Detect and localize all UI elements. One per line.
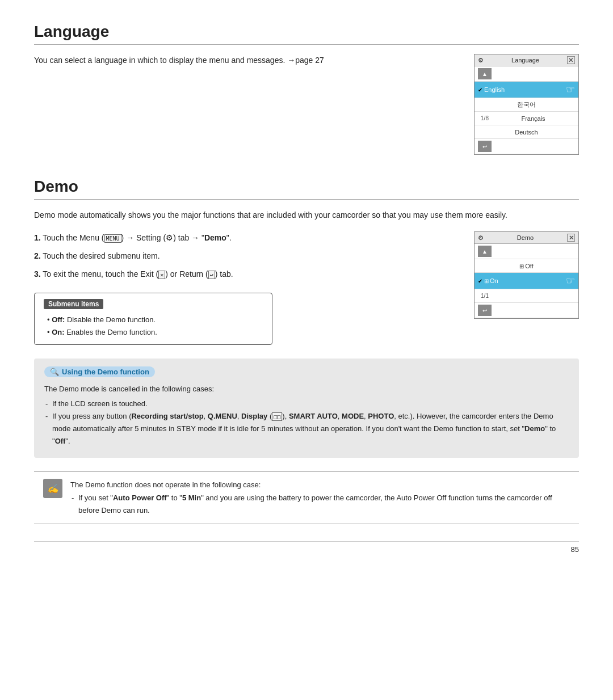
exit-symbol: ✕ <box>158 271 165 279</box>
demo-description: Demo mode automatically shows you the ma… <box>34 209 579 221</box>
demo-title: Demo <box>34 178 579 200</box>
panel-row-francais-text: Français <box>492 115 575 122</box>
hand-icon-demo: ☞ <box>566 275 575 287</box>
bold-mode: MODE <box>342 412 364 420</box>
demo-row-off-text: ⊞Off <box>478 263 575 269</box>
panel-row-francais: 1/8 Français <box>475 112 578 125</box>
callout-label: 🔍 Using the Demo function <box>44 366 155 377</box>
demo-return-arrow-icon: ↩ <box>478 305 492 316</box>
on-label: On: <box>52 328 64 336</box>
bold-5min: 5 Min <box>182 494 201 502</box>
submenu-item-off: Off: Disable the Demo function. <box>47 314 263 326</box>
checkmark-icon: ✔ <box>478 87 482 93</box>
callout-text: The Demo mode is cancelled in the follow… <box>44 383 569 448</box>
demo-up-arrow-icon: ▲ <box>478 246 492 257</box>
demo-row-on-text: ✔ ⊞On <box>478 277 564 284</box>
menu-symbol: MENU <box>104 234 121 243</box>
demo-content-row: 1. Touch the Menu (MENU) → Setting (⚙) t… <box>34 231 579 345</box>
bold-smart-auto: SMART AUTO <box>289 412 338 420</box>
submenu-box: Submenu items Off: Disable the Demo func… <box>34 293 272 345</box>
callout-item-1: If the LCD screen is touched. <box>44 398 569 410</box>
note-icon: ✍ <box>43 479 62 498</box>
off-label: Off: <box>52 315 65 324</box>
note-box: ✍ The Demo function does not operate in … <box>34 471 579 524</box>
language-content: You can select a language in which to di… <box>34 54 579 155</box>
bold-recording: Recording start/stop <box>131 412 203 420</box>
close-icon: ✕ <box>567 56 575 64</box>
note-text: The Demo function does not operate in th… <box>70 479 570 516</box>
bold-auto-power: Auto Power Off <box>113 494 167 502</box>
page-number: 85 <box>34 541 579 554</box>
note-title: The Demo function does not operate in th… <box>70 479 570 491</box>
step-2-num: 2. <box>34 251 41 260</box>
demo-panel-row-on: ✔ ⊞On ☞ <box>475 273 578 289</box>
panel-nav-up: ▲ <box>475 66 578 82</box>
panel-row-english-text: ✔ English <box>478 86 564 93</box>
callout-list: If the LCD screen is touched. If you pre… <box>44 398 569 448</box>
step-2: 2. Touch the desired submenu item. <box>34 250 457 263</box>
panel-row-korean-text: 한국어 <box>478 100 575 109</box>
step-1: 1. Touch the Menu (MENU) → Setting (⚙) t… <box>34 231 457 245</box>
language-intro: You can select a language in which to di… <box>34 54 457 66</box>
bold-off-quote: Off <box>55 437 66 445</box>
search-icon: 🔍 <box>50 368 59 376</box>
demo-section: Demo Demo mode automatically shows you t… <box>34 178 579 345</box>
english-label: English <box>484 86 505 93</box>
step-1-num: 1. <box>34 233 41 242</box>
demo-panel-counter: 1/1 <box>478 293 492 299</box>
up-arrow-icon: ▲ <box>478 68 492 79</box>
on-checkmark-icon: ✔ <box>478 278 482 284</box>
demo-ui-panel: ⚙ Demo ✕ ▲ ⊞Off ✔ <box>474 231 579 319</box>
hand-icon: ☞ <box>566 83 575 96</box>
panel-counter: 1/8 <box>478 115 492 121</box>
return-arrow-icon: ↩ <box>478 141 492 152</box>
language-section: Language You can select a language in wh… <box>34 23 579 155</box>
demo-steps: 1. Touch the Menu (MENU) → Setting (⚙) t… <box>34 231 474 345</box>
page-num-text: 85 <box>571 545 579 554</box>
bold-qmenu: Q.MENU <box>208 412 237 420</box>
callout-label-text: Using the Demo function <box>62 368 149 376</box>
language-panel-header: ⚙ Language ✕ <box>475 54 578 66</box>
panel-nav-return: ↩ <box>475 139 578 154</box>
step-3-num: 3. <box>34 269 41 279</box>
submenu-item-on: On: Enables the Demo function. <box>47 326 263 339</box>
panel-row-deutsch-text: Deutsch <box>478 129 575 136</box>
note-list: If you set "Auto Power Off" to "5 Min" a… <box>70 492 570 517</box>
demo-panel-header: ⚙ Demo ✕ <box>475 232 578 244</box>
demo-panel-nav-return: ↩ <box>475 303 578 318</box>
panel-row-deutsch: Deutsch <box>475 125 578 139</box>
step-3: 3. To exit the menu, touch the Exit (✕) … <box>34 268 457 281</box>
demo-panel-label: Demo <box>517 234 534 241</box>
demo-panel-row-off: ⊞Off <box>475 259 578 273</box>
gear-icon-demo: ⚙ <box>478 234 484 242</box>
panel-row-english: ✔ English ☞ <box>475 82 578 98</box>
submenu-title: Submenu items <box>44 299 103 309</box>
language-title: Language <box>34 23 579 45</box>
bold-demo-quote: Demo <box>524 424 545 433</box>
callout-item-2: If you press any button (Recording start… <box>44 410 569 448</box>
grid-icon-off: ⊞ <box>519 263 524 269</box>
note-item-1: If you set "Auto Power Off" to "5 Min" a… <box>70 492 570 517</box>
grid-icon-on: ⊞ <box>484 278 489 284</box>
bold-photo: PHOTO <box>368 412 394 420</box>
display-symbol: □□ <box>272 412 282 421</box>
callout-intro: The Demo mode is cancelled in the follow… <box>44 383 569 395</box>
demo-bold: Demo <box>204 233 226 242</box>
demo-callout: 🔍 Using the Demo function The Demo mode … <box>34 359 579 458</box>
callout-header: 🔍 Using the Demo function <box>44 366 569 377</box>
panel-row-korean: 한국어 <box>475 98 578 112</box>
language-ui-panel: ⚙ Language ✕ ▲ ✔ English ☞ 한국어 <box>474 54 579 155</box>
panel-label: Language <box>511 57 539 64</box>
gear-sym: ⚙ <box>166 233 173 242</box>
demo-panel-nav-up: ▲ <box>475 244 578 259</box>
gear-icon: ⚙ <box>478 57 484 64</box>
language-intro-text: You can select a language in which to di… <box>34 54 474 72</box>
demo-panel-container: ⚙ Demo ✕ ▲ ⊞Off ✔ <box>474 231 579 319</box>
return-symbol: ↩ <box>208 271 215 279</box>
close-icon-demo: ✕ <box>567 234 575 242</box>
bold-display: Display <box>241 412 267 420</box>
demo-panel-counter-row: 1/1 <box>475 289 578 303</box>
